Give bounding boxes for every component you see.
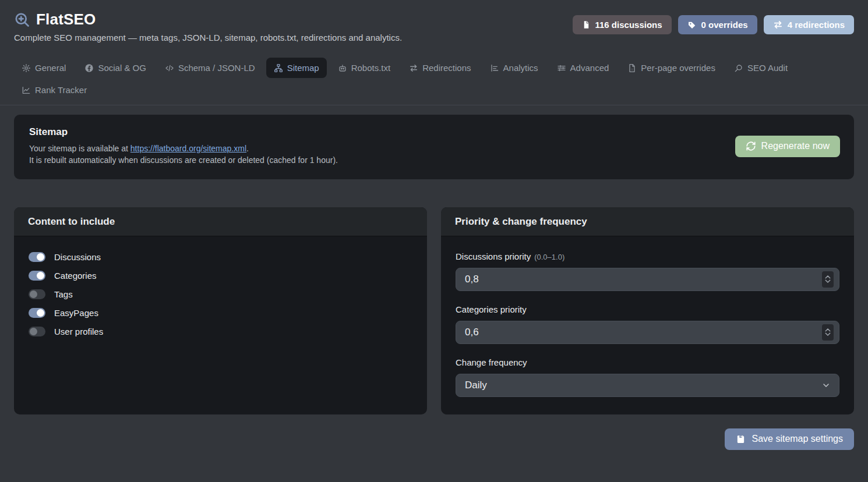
footer-actions: Save sitemap settings xyxy=(14,428,854,450)
number-stepper[interactable] xyxy=(822,324,834,341)
robot-icon xyxy=(338,63,347,73)
toggle-label: EasyPages xyxy=(54,308,98,318)
tab-redirections[interactable]: Redirections xyxy=(401,58,478,78)
tab-robots-txt[interactable]: Robots.txt xyxy=(330,58,398,78)
tags-icon xyxy=(687,20,697,30)
sitemap-url-suffix: . xyxy=(246,144,249,153)
selected-option-label: Daily xyxy=(465,380,487,391)
app-title: FlatSEO xyxy=(36,10,96,29)
chevron-up-icon xyxy=(825,328,831,332)
tab-label: Analytics xyxy=(503,63,538,73)
save-button-label: Save sitemap settings xyxy=(751,434,843,444)
content-panel: Content to include Discussions Categorie… xyxy=(14,207,427,414)
redirections-count-badge: 4 redirections xyxy=(764,15,854,34)
settings-panels: Content to include Discussions Categorie… xyxy=(14,207,854,414)
tab-label: Sitemap xyxy=(287,63,319,73)
tab-general[interactable]: General xyxy=(14,58,73,78)
tab-advanced[interactable]: Advanced xyxy=(549,58,617,78)
overrides-count-badge: 0 overrides xyxy=(678,15,757,34)
user-profiles-toggle[interactable] xyxy=(29,327,45,336)
stat-badges: 116 discussions 0 overrides xyxy=(573,15,855,34)
categories-toggle[interactable] xyxy=(29,271,45,281)
gear-icon xyxy=(22,63,31,73)
sitemap-icon xyxy=(274,63,283,73)
discussions-priority-field: Discussions priority (0.0–1.0) xyxy=(456,251,839,291)
tab-bar: General Social & OG Schema / JSON-LD xyxy=(14,58,854,78)
sitemap-info-text: Sitemap Your sitemap is available at htt… xyxy=(29,126,338,166)
sitemap-url-line: Your sitemap is available at https://fla… xyxy=(29,143,338,155)
sitemap-rebuild-note: It is rebuilt automatically when discuss… xyxy=(29,155,338,166)
tab-label: Advanced xyxy=(570,63,609,73)
toggle-row-user-profiles: User profiles xyxy=(29,326,412,337)
change-frequency-select[interactable]: Daily xyxy=(456,374,839,397)
tab-label: Schema / JSON-LD xyxy=(178,63,255,73)
discussions-count-badge: 116 discussions xyxy=(573,15,672,34)
priority-panel-header: Priority & change frequency xyxy=(441,207,854,236)
file-text-icon xyxy=(582,20,591,29)
tab-label: SEO Audit xyxy=(747,63,788,73)
chevron-up-icon xyxy=(825,275,831,279)
priority-panel-title: Priority & change frequency xyxy=(455,216,840,228)
categories-priority-input[interactable] xyxy=(456,321,839,344)
code-icon xyxy=(165,63,174,73)
chart-line-icon xyxy=(22,86,31,95)
field-label-text: Change frequency xyxy=(456,357,527,367)
swap-arrows-icon xyxy=(773,20,783,30)
regenerate-label: Regenerate now xyxy=(761,141,830,151)
field-label-text: Discussions priority xyxy=(456,251,531,261)
tab-social-og[interactable]: Social & OG xyxy=(77,58,154,78)
app-subtitle: Complete SEO management — meta tags, JSO… xyxy=(14,33,402,42)
chevron-down-icon xyxy=(825,279,831,283)
flatseo-page: FlatSEO Complete SEO management — meta t… xyxy=(0,0,868,482)
chevron-down-icon xyxy=(821,381,831,390)
tab-label: General xyxy=(35,63,66,73)
toggle-label: Tags xyxy=(54,289,73,299)
badge-label: 4 redirections xyxy=(788,20,845,30)
discussions-priority-input[interactable] xyxy=(456,268,839,291)
title-block: FlatSEO Complete SEO management — meta t… xyxy=(14,10,402,42)
toggle-knob xyxy=(37,272,44,279)
tags-toggle[interactable] xyxy=(29,289,45,299)
toggle-label: Categories xyxy=(54,271,97,281)
sitemap-link[interactable]: https://flatboard.org/sitemap.xml xyxy=(130,144,246,153)
toggle-label: User profiles xyxy=(54,327,103,336)
tab-label: Robots.txt xyxy=(351,63,391,73)
toggle-row-discussions: Discussions xyxy=(29,251,412,263)
tab-label: Rank Tracker xyxy=(35,85,87,95)
discussions-toggle[interactable] xyxy=(29,252,45,262)
bar-chart-icon xyxy=(490,63,499,73)
content-panel-header: Content to include xyxy=(14,207,427,236)
tab-analytics[interactable]: Analytics xyxy=(482,58,546,78)
regenerate-button[interactable]: Regenerate now xyxy=(735,136,840,157)
field-label-text: Categories priority xyxy=(456,304,527,314)
tab-seo-audit[interactable]: SEO Audit xyxy=(726,58,795,78)
tab-rank-tracker[interactable]: Rank Tracker xyxy=(14,80,94,100)
tab-label: Social & OG xyxy=(98,63,146,73)
toggle-knob xyxy=(37,309,44,317)
easypages-toggle[interactable] xyxy=(29,308,45,318)
file-icon xyxy=(627,63,637,73)
facebook-icon xyxy=(84,63,94,73)
save-sitemap-settings-button[interactable]: Save sitemap settings xyxy=(725,428,854,450)
field-label: Change frequency xyxy=(456,357,839,367)
swap-arrows-icon xyxy=(409,63,418,73)
toggle-row-tags: Tags xyxy=(29,289,412,300)
priority-panel-body: Discussions priority (0.0–1.0) Categorie… xyxy=(441,236,854,414)
content-panel-body: Discussions Categories Tags EasyPages Us… xyxy=(14,236,427,414)
toggle-knob xyxy=(37,253,44,261)
app-header: FlatSEO Complete SEO management — meta t… xyxy=(14,10,854,42)
tab-sitemap[interactable]: Sitemap xyxy=(266,58,327,78)
chevron-down-icon xyxy=(825,332,831,336)
change-frequency-field: Change frequency Daily xyxy=(456,357,839,397)
number-stepper[interactable] xyxy=(822,271,834,288)
badge-label: 116 discussions xyxy=(595,20,662,30)
magnifier-icon xyxy=(734,63,743,73)
field-hint: (0.0–1.0) xyxy=(534,253,564,261)
zoom-in-icon xyxy=(14,12,30,28)
toggle-row-easypages: EasyPages xyxy=(29,307,412,318)
sitemap-url-prefix: Your sitemap is available at xyxy=(29,144,130,153)
sitemap-info-card: Sitemap Your sitemap is available at htt… xyxy=(14,115,854,179)
badge-label: 0 overrides xyxy=(701,20,748,30)
tab-schema-jsonld[interactable]: Schema / JSON-LD xyxy=(157,58,263,78)
tab-per-page-overrides[interactable]: Per-page overrides xyxy=(620,58,723,78)
